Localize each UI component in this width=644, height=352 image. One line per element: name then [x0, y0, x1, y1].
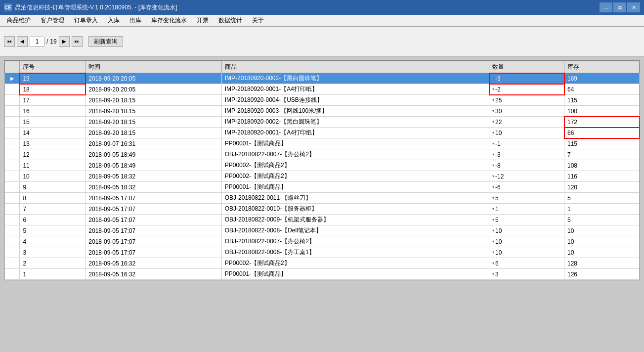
qty-cell: ▾3: [489, 269, 564, 280]
table-row[interactable]: 62018-09-05 17:07OBJ-20180822-0009-【机架式服…: [5, 215, 640, 225]
pointer-cell: [5, 149, 20, 160]
pointer-cell: [5, 269, 20, 280]
table-row[interactable]: 42018-09-05 17:07OBJ-20180822-0007-【办公椅2…: [5, 236, 640, 247]
table-row[interactable]: 172018-09-20 18:15IMP-20180920-0004-【USB…: [5, 95, 640, 106]
qty-value: -8: [495, 162, 501, 169]
qty-value: -1: [495, 140, 501, 147]
seq-cell: 17: [20, 95, 86, 106]
table-row[interactable]: ▶192018-09-20 20:05IMP-20180920-0002-【黑白…: [5, 73, 640, 84]
menu-item-about[interactable]: 关于: [247, 15, 269, 26]
restore-button[interactable]: ⧉: [613, 2, 626, 12]
goods-cell: OBJ-20180822-0007-【办公椅2】: [221, 149, 489, 160]
table-row[interactable]: 162018-09-20 18:15IMP-20180920-0003-【网线1…: [5, 106, 640, 117]
seq-cell: 5: [20, 225, 86, 236]
minimize-button[interactable]: —: [600, 2, 612, 12]
qty-dropdown-icon: ▾: [492, 261, 494, 265]
table-row[interactable]: 12018-09-05 16:32PP00001-【测试商品】▾3126: [5, 269, 640, 280]
time-cell: 2018-09-05 17:07: [86, 225, 221, 236]
table-header: 序号 时间 商品 数量 库存: [5, 61, 640, 73]
stock-cell: 100: [564, 106, 640, 117]
table-row[interactable]: 72018-09-05 17:07OBJ-20180822-0010-【服务器柜…: [5, 204, 640, 215]
goods-cell: OBJ-20180822-0006-【办工桌1】: [221, 247, 489, 258]
menu-item-goods[interactable]: 商品维护: [2, 15, 36, 26]
qty-dropdown-icon: ▾: [492, 185, 494, 189]
menu-item-stats[interactable]: 数据统计: [214, 15, 247, 26]
stock-cell: 126: [564, 269, 640, 280]
close-button[interactable]: ✕: [627, 2, 640, 12]
goods-cell: OBJ-20180822-0011-【螺丝刀】: [221, 193, 489, 204]
seq-cell: 7: [20, 204, 86, 215]
table-row[interactable]: 122018-09-05 18:49OBJ-20180822-0007-【办公椅…: [5, 149, 640, 160]
table-row[interactable]: 52018-09-05 17:07OBJ-20180822-0008-【Dell…: [5, 225, 640, 236]
stock-cell: 5: [564, 193, 640, 204]
stock-cell: 172: [564, 117, 640, 128]
goods-cell: PP00002-【测试商品2】: [221, 258, 489, 269]
qty-dropdown-icon: ▾: [492, 239, 494, 244]
table-row[interactable]: 82018-09-05 17:07OBJ-20180822-0011-【螺丝刀】…: [5, 193, 640, 204]
time-cell: 2018-09-05 16:32: [86, 258, 221, 269]
page-number-input[interactable]: [30, 37, 44, 46]
qty-value: 5: [495, 195, 499, 202]
title-bar-text: 昆泊信息科技-订单管理系统-V.1.0.20180905. - [库存变化流水]: [15, 3, 177, 12]
first-page-button[interactable]: ⏮: [4, 36, 15, 47]
menu-item-invoice[interactable]: 开票: [192, 15, 214, 26]
qty-value: 1: [495, 206, 499, 213]
qty-dropdown-icon: ▾: [492, 120, 494, 124]
goods-cell: PP00002-【测试商品2】: [221, 171, 489, 182]
qty-dropdown-icon: ▾: [492, 272, 494, 276]
menu-item-outbound[interactable]: 出库: [125, 15, 146, 26]
toolbar: ⏮ ◀ / 19 ▶ ⏭ 刷新查询: [0, 27, 644, 56]
qty-cell: ▾10: [489, 236, 564, 247]
table-row[interactable]: 152018-09-20 18:15IMP-20180920-0002-【黑白圆…: [5, 117, 640, 128]
goods-cell: IMP-20180920-0002-【黑白圆珠笔】: [221, 117, 489, 128]
pointer-cell: [5, 225, 20, 236]
stock-cell: 1: [564, 204, 640, 215]
qty-value: 10: [495, 238, 502, 245]
table-row[interactable]: 22018-09-05 16:32PP00002-【测试商品2】▾5128: [5, 258, 640, 269]
menu-item-inventory[interactable]: 库存变化流水: [146, 15, 192, 26]
stock-cell: 5: [564, 215, 640, 225]
stock-cell: 169: [564, 73, 640, 84]
seq-cell: 12: [20, 149, 86, 160]
pointer-cell: [5, 106, 20, 117]
qty-cell: ▾-6: [489, 182, 564, 193]
table-row[interactable]: 92018-09-05 18:32PP00001-【测试商品】▾-6120: [5, 182, 640, 193]
title-bar-controls: — ⧉ ✕: [600, 2, 640, 12]
qty-dropdown-icon: ▾: [492, 87, 494, 91]
header-qty: 数量: [489, 61, 564, 73]
table-row[interactable]: 132018-09-07 16:31PP00001-【测试商品】▾-1115: [5, 138, 640, 149]
table-row[interactable]: 182018-09-20 20:05IMP-20180920-0001-【A4打…: [5, 84, 640, 95]
time-cell: 2018-09-20 20:05: [86, 84, 221, 95]
table-row[interactable]: 102018-09-05 18:32PP00002-【测试商品2】▾-12116: [5, 171, 640, 182]
qty-value: -12: [495, 173, 504, 180]
prev-page-button[interactable]: ◀: [17, 36, 28, 47]
time-cell: 2018-09-05 16:32: [86, 269, 221, 280]
qty-dropdown-icon: ▾: [492, 141, 494, 146]
pointer-cell: [5, 95, 20, 106]
last-page-button[interactable]: ⏭: [72, 36, 83, 47]
time-cell: 2018-09-05 18:32: [86, 182, 221, 193]
next-page-button[interactable]: ▶: [59, 36, 70, 47]
table-row[interactable]: 112018-09-05 18:49PP00002-【测试商品2】▾-8108: [5, 160, 640, 171]
qty-dropdown-icon: ▾: [492, 207, 494, 211]
pointer-cell: [5, 182, 20, 193]
menu-item-order[interactable]: 订单录入: [69, 15, 103, 26]
pointer-cell: ▶: [5, 73, 20, 84]
menu-item-inbound[interactable]: 入库: [103, 15, 125, 26]
table-container: 序号 时间 商品 数量 库存 ▶192018-09-20 20:05IMP-20…: [4, 60, 640, 280]
stock-cell: 10: [564, 247, 640, 258]
qty-dropdown-icon: ▾: [492, 228, 494, 233]
stock-cell: 10: [564, 225, 640, 236]
pointer-cell: [5, 84, 20, 95]
refresh-button[interactable]: 刷新查询: [88, 36, 123, 47]
time-cell: 2018-09-05 18:49: [86, 149, 221, 160]
time-cell: 2018-09-20 18:15: [86, 128, 221, 138]
table-row[interactable]: 32018-09-05 17:07OBJ-20180822-0006-【办工桌1…: [5, 247, 640, 258]
menu-item-customer[interactable]: 客户管理: [36, 15, 69, 26]
main-content: 序号 时间 商品 数量 库存 ▶192018-09-20 20:05IMP-20…: [0, 56, 644, 352]
qty-cell: ▾25: [489, 95, 564, 106]
table-row[interactable]: 142018-09-20 18:15IMP-20180920-0001-【A4打…: [5, 128, 640, 138]
time-cell: 2018-09-20 20:05: [86, 73, 221, 84]
qty-value: 5: [495, 217, 499, 223]
seq-cell: 13: [20, 138, 86, 149]
